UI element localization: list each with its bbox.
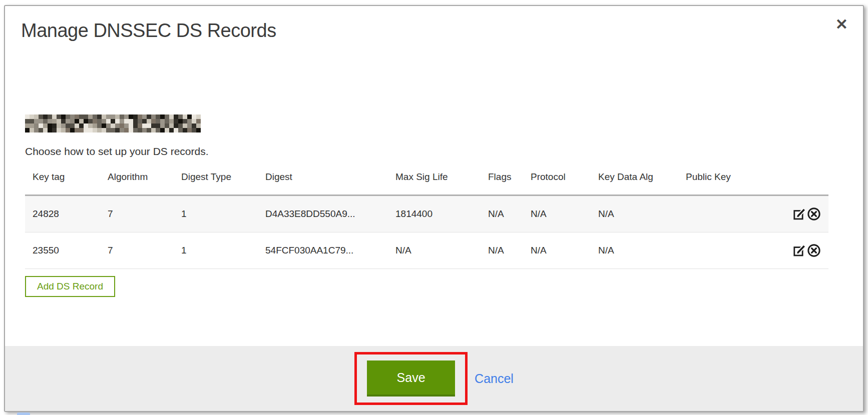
- col-header-key-tag: Key tag: [25, 164, 100, 196]
- col-header-actions: [758, 164, 828, 196]
- edit-record-button[interactable]: [793, 207, 807, 221]
- cell-key-data-alg: N/A: [591, 196, 678, 232]
- table-header-row: Key tag Algorithm Digest Type Digest Max…: [25, 164, 828, 196]
- delete-icon: [807, 207, 821, 221]
- cell-digest-type: 1: [174, 196, 258, 232]
- col-header-key-data-alg: Key Data Alg: [591, 164, 678, 196]
- col-header-protocol: Protocol: [523, 164, 591, 196]
- table-row: 24828 7 1 D4A33E8DD550A9... 1814400 N/A …: [25, 196, 828, 232]
- cell-protocol: N/A: [523, 196, 591, 232]
- dialog-footer: Save Cancel: [5, 346, 863, 411]
- close-icon[interactable]: ✕: [835, 17, 848, 32]
- cell-key-tag: 24828: [25, 196, 100, 232]
- domain-name-redacted: [25, 114, 201, 132]
- edit-icon: [793, 207, 807, 221]
- cell-public-key: [678, 196, 758, 232]
- cancel-link[interactable]: Cancel: [475, 372, 514, 386]
- add-ds-record-button[interactable]: Add DS Record: [25, 276, 115, 297]
- cell-key-tag: 23550: [25, 232, 100, 269]
- col-header-algorithm: Algorithm: [100, 164, 174, 196]
- cell-max-sig-life: N/A: [388, 232, 481, 269]
- cell-digest: 54FCF030AA1C79...: [258, 232, 388, 269]
- instruction-text: Choose how to set up your DS records.: [25, 146, 863, 158]
- delete-record-button[interactable]: [807, 207, 821, 221]
- delete-icon: [807, 244, 821, 258]
- ds-records-table: Key tag Algorithm Digest Type Digest Max…: [25, 164, 828, 269]
- cell-public-key: [678, 232, 758, 269]
- delete-record-button[interactable]: [807, 244, 821, 258]
- table-row: 23550 7 1 54FCF030AA1C79... N/A N/A N/A …: [25, 232, 828, 269]
- background-page-fragment: [17, 412, 30, 415]
- col-header-max-sig-life: Max Sig Life: [388, 164, 481, 196]
- cell-algorithm: 7: [100, 196, 174, 232]
- cell-max-sig-life: 1814400: [388, 196, 481, 232]
- col-header-digest-type: Digest Type: [174, 164, 258, 196]
- cell-key-data-alg: N/A: [591, 232, 678, 269]
- col-header-flags: Flags: [481, 164, 523, 196]
- col-header-digest: Digest: [258, 164, 388, 196]
- cell-algorithm: 7: [100, 232, 174, 269]
- cell-flags: N/A: [481, 196, 523, 232]
- save-button[interactable]: Save: [367, 360, 455, 396]
- page-title: Manage DNSSEC DS Records: [21, 20, 863, 42]
- cell-protocol: N/A: [523, 232, 591, 269]
- manage-dnssec-dialog: ✕ Manage DNSSEC DS Records Choose how to…: [4, 5, 864, 412]
- cell-digest: D4A33E8DD550A9...: [258, 196, 388, 232]
- edit-icon: [793, 244, 807, 258]
- cell-digest-type: 1: [174, 232, 258, 269]
- col-header-public-key: Public Key: [678, 164, 758, 196]
- cell-flags: N/A: [481, 232, 523, 269]
- annotation-highlight-box: Save: [354, 352, 468, 405]
- edit-record-button[interactable]: [793, 244, 807, 258]
